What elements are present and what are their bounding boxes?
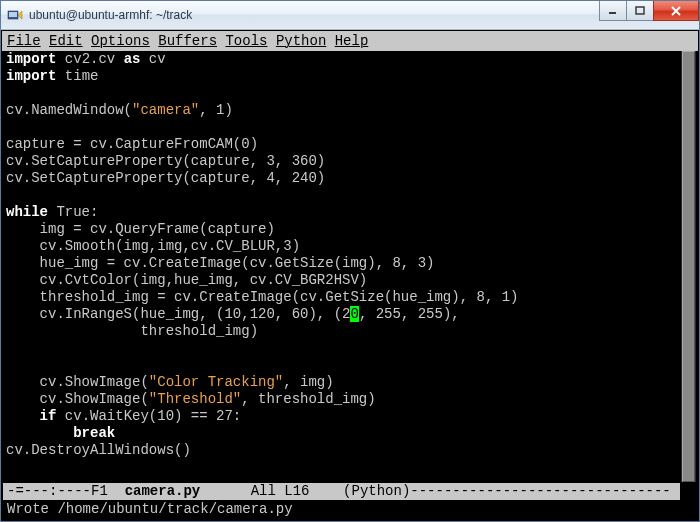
svg-rect-1 xyxy=(9,12,17,17)
editor-buffer[interactable]: import cv2.cv as cv import time cv.Named… xyxy=(2,51,698,459)
putty-icon xyxy=(7,7,23,23)
text-cursor: 0 xyxy=(350,306,358,322)
close-button[interactable] xyxy=(653,1,699,21)
emacs-minibuffer: Wrote /home/ubuntu/track/camera.py xyxy=(3,501,680,518)
window-title: ubuntu@ubuntu-armhf: ~/track xyxy=(29,8,192,22)
window-controls xyxy=(600,1,699,21)
window-titlebar: ubuntu@ubuntu-armhf: ~/track xyxy=(0,0,700,30)
scrollbar-thumb[interactable] xyxy=(682,51,695,482)
minimize-button[interactable] xyxy=(599,1,627,21)
terminal-window: File Edit Options Buffers Tools Python H… xyxy=(0,30,700,522)
emacs-modeline: -=---:----F1 camera.py All L16 (Python)-… xyxy=(3,483,680,500)
svg-rect-3 xyxy=(636,7,644,14)
emacs-menubar[interactable]: File Edit Options Buffers Tools Python H… xyxy=(2,31,698,51)
maximize-button[interactable] xyxy=(626,1,654,21)
editor-scrollbar[interactable] xyxy=(681,51,696,482)
